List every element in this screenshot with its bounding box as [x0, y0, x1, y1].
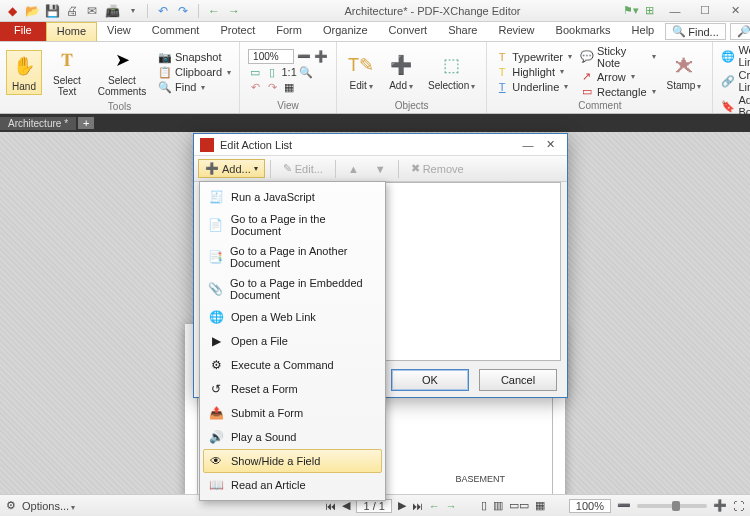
hand-tool[interactable]: ✋Hand [6, 50, 42, 95]
tab-organize[interactable]: Organize [313, 22, 379, 41]
layout-single-icon[interactable]: ▯ [481, 499, 487, 512]
nav-fwd-icon[interactable]: → [446, 500, 457, 512]
print-icon[interactable]: 🖨 [64, 3, 80, 19]
layout-icon[interactable]: ⊞ [645, 4, 654, 17]
edit-action-button[interactable]: ✎Edit... [276, 159, 330, 178]
edit-button[interactable]: T✎Edit [343, 49, 379, 94]
maximize-button[interactable]: ☐ [690, 0, 720, 22]
options-button[interactable]: Options... [22, 500, 75, 512]
file-tab[interactable]: File [0, 22, 46, 41]
dropdown-item[interactable]: ↺Reset a Form [203, 377, 382, 401]
dialog-minimize-button[interactable]: — [517, 136, 539, 154]
create-link-button[interactable]: 🔗Create Link [719, 69, 750, 93]
tab-protect[interactable]: Protect [210, 22, 266, 41]
undo-icon[interactable]: ↶ [155, 3, 171, 19]
first-page-icon[interactable]: ⏮ [325, 500, 336, 512]
tab-help[interactable]: Help [622, 22, 666, 41]
typewriter-tool[interactable]: TTypewriter [493, 50, 574, 64]
stamp-button[interactable]: 🟊Stamp [662, 49, 707, 94]
dropdown-item[interactable]: 🌐Open a Web Link [203, 305, 382, 329]
add-button[interactable]: ➕Add [383, 49, 419, 94]
save-icon[interactable]: 💾 [44, 3, 60, 19]
tab-form[interactable]: Form [266, 22, 313, 41]
ok-button[interactable]: OK [391, 369, 469, 391]
gear-icon[interactable]: ⚙ [6, 499, 16, 512]
dropdown-item[interactable]: 📖Read an Article [203, 473, 382, 497]
ui-config-icon[interactable]: ⚑▾ [623, 4, 639, 17]
qat-more-icon[interactable] [124, 3, 140, 19]
zoom-out-icon[interactable]: ➖ [297, 50, 311, 64]
dropdown-item[interactable]: ⚙Execute a Command [203, 353, 382, 377]
redo-icon[interactable]: ↷ [175, 3, 191, 19]
zoom-field[interactable]: 100% [569, 499, 611, 513]
select-text-tool[interactable]: 𝐓Select Text [46, 44, 88, 100]
nav-back-icon[interactable]: ← [429, 500, 440, 512]
rectangle-tool[interactable]: ▭Rectangle [578, 85, 658, 99]
close-button[interactable]: ✕ [720, 0, 750, 22]
underline-tool[interactable]: TUnderline [493, 80, 574, 94]
zoom-out-status-icon[interactable]: ➖ [617, 499, 631, 512]
email-icon[interactable]: ✉ [84, 3, 100, 19]
highlight-tool[interactable]: THighlight [493, 65, 574, 79]
dropdown-item[interactable]: 👁Show/Hide a Field [203, 449, 382, 473]
add-action-button[interactable]: ➕Add...▾ [198, 159, 265, 178]
zoom-in-icon[interactable]: ➕ [314, 50, 328, 64]
new-tab-button[interactable]: + [78, 117, 94, 129]
forward-icon[interactable]: → [226, 3, 242, 19]
dropdown-item[interactable]: 📑Go to a Page in Another Document [203, 241, 382, 273]
tab-view[interactable]: View [97, 22, 142, 41]
zoom-region-icon[interactable]: 🔍 [299, 65, 313, 79]
dropdown-item[interactable]: ▶Open a File [203, 329, 382, 353]
search-button[interactable]: 🔎Search... [730, 23, 750, 40]
dropdown-item[interactable]: 📤Submit a Form [203, 401, 382, 425]
move-up-button[interactable]: ▲ [341, 160, 366, 178]
clipboard-tool[interactable]: 📋Clipboard [156, 65, 233, 79]
tab-bookmarks[interactable]: Bookmarks [546, 22, 622, 41]
cancel-button[interactable]: Cancel [479, 369, 557, 391]
layout-facing-icon[interactable]: ▭▭ [509, 499, 529, 512]
tab-comment[interactable]: Comment [142, 22, 211, 41]
back-icon[interactable]: ← [206, 3, 222, 19]
page-layout-icon[interactable]: ▦ [282, 80, 296, 94]
window-title: Architecture* - PDF-XChange Editor [242, 5, 623, 17]
last-page-icon[interactable]: ⏭ [412, 500, 423, 512]
tab-convert[interactable]: Convert [379, 22, 439, 41]
tab-share[interactable]: Share [438, 22, 488, 41]
web-links-button[interactable]: 🌐Web Links [719, 44, 750, 68]
arrow-tool[interactable]: ↗Arrow [578, 70, 658, 84]
move-down-button[interactable]: ▼ [368, 160, 393, 178]
dialog-app-icon [200, 138, 214, 152]
layout-cont-icon[interactable]: ▥ [493, 499, 503, 512]
rotate-cw-icon[interactable]: ↷ [265, 80, 279, 94]
dialog-close-button[interactable]: ✕ [539, 136, 561, 154]
rotate-ccw-icon[interactable]: ↶ [248, 80, 262, 94]
zoom-slider[interactable] [637, 504, 707, 508]
layout-cont-facing-icon[interactable]: ▦ [535, 499, 545, 512]
dropdown-item[interactable]: 🧾Run a JavaScript [203, 185, 382, 209]
scan-icon[interactable]: 📠 [104, 3, 120, 19]
tab-review[interactable]: Review [488, 22, 545, 41]
sticky-note-tool[interactable]: 💬Sticky Note [578, 45, 658, 69]
zoom-in-status-icon[interactable]: ➕ [713, 499, 727, 512]
fullscreen-icon[interactable]: ⛶ [733, 500, 744, 512]
find-button[interactable]: 🔍Find... [665, 23, 726, 40]
dialog-titlebar[interactable]: Edit Action List — ✕ [194, 134, 567, 156]
open-icon[interactable]: 📂 [24, 3, 40, 19]
minimize-button[interactable]: — [660, 0, 690, 22]
dropdown-item[interactable]: 📎Go to a Page in Embedded Document [203, 273, 382, 305]
selection-button[interactable]: ⬚Selection [423, 49, 480, 94]
find-tool[interactable]: 🔍Find [156, 80, 233, 94]
dropdown-item[interactable]: 🔊Play a Sound [203, 425, 382, 449]
remove-action-button[interactable]: ✖Remove [404, 159, 471, 178]
next-page-icon[interactable]: ▶ [398, 499, 406, 512]
underline-icon: T [495, 80, 509, 94]
fit-width-icon[interactable]: ▯ [265, 65, 279, 79]
dropdown-item[interactable]: 📄Go to a Page in the Document [203, 209, 382, 241]
select-comments-tool[interactable]: ➤Select Comments [92, 44, 152, 100]
tab-home[interactable]: Home [46, 22, 97, 41]
document-tab[interactable]: Architecture * [0, 117, 77, 130]
snapshot-tool[interactable]: 📷Snapshot [156, 50, 233, 64]
fit-page-icon[interactable]: ▭ [248, 65, 262, 79]
zoom-combo[interactable]: 100% [248, 49, 294, 64]
actual-size-icon[interactable]: 1:1 [282, 65, 296, 79]
